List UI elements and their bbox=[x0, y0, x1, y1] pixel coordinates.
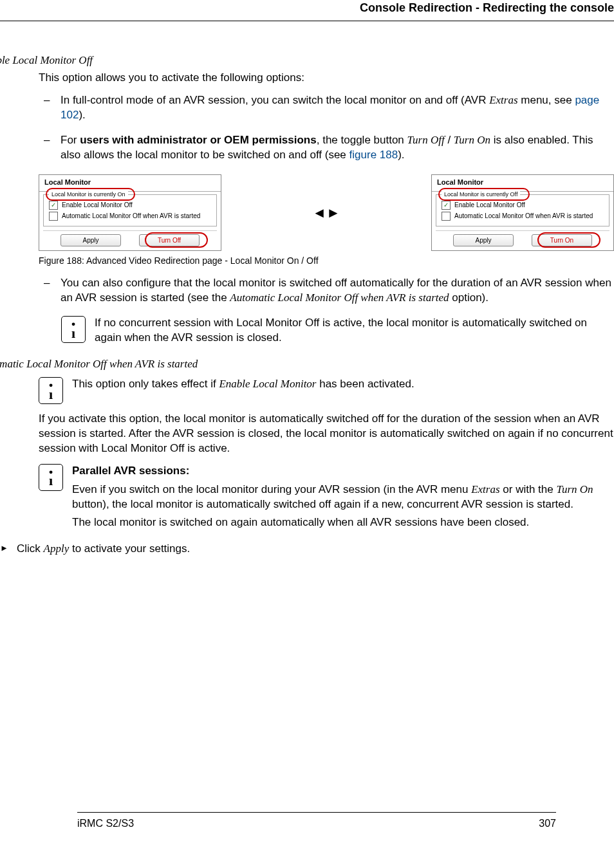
info-note-3: ●ı Parallel AVR sessions: Even if you sw… bbox=[39, 464, 614, 535]
text: ). bbox=[398, 149, 404, 161]
figure-caption: Figure 188: Advanced Video Redirection p… bbox=[39, 255, 614, 267]
panel-title: Local Monitor bbox=[39, 175, 221, 192]
checkbox-auto-off[interactable] bbox=[49, 212, 58, 221]
info-note-2: ●ı This option only takes effect if Enab… bbox=[39, 377, 614, 404]
panel-monitor-off: Local Monitor Local Monitor is currently… bbox=[431, 174, 614, 251]
text: ). bbox=[79, 109, 85, 121]
info-text: If no concurrent session with Local Moni… bbox=[95, 316, 614, 346]
info-icon: ●ı bbox=[39, 464, 63, 491]
legend-on: Local Monitor is currently On bbox=[49, 190, 128, 198]
intro-text: This option allows you to activate the f… bbox=[39, 71, 614, 86]
text: menu, see bbox=[518, 94, 575, 106]
text-italic: Extras bbox=[489, 94, 517, 106]
info-text: The local monitor is switched on again a… bbox=[72, 515, 614, 530]
text-italic: Turn Off bbox=[407, 134, 445, 146]
panel-monitor-on: Local Monitor Local Monitor is currently… bbox=[39, 174, 221, 251]
info-note-1: ●ı If no concurrent session with Local M… bbox=[61, 316, 614, 349]
checkbox-label: Automatic Local Monitor Off when AVR is … bbox=[62, 212, 200, 221]
turn-on-button[interactable]: Turn On bbox=[532, 234, 592, 247]
checkbox-enable-local-monitor-off[interactable]: ✓ bbox=[49, 201, 58, 210]
running-header: Console Redirection - Redirecting the co… bbox=[0, 0, 614, 21]
text-italic: Automatic Local Monitor Off when AVR is … bbox=[230, 291, 449, 304]
legend-off: Local Monitor is currently Off bbox=[442, 190, 520, 198]
double-arrow-icon: ◄► bbox=[312, 206, 340, 220]
bullet-auto-config: You can also configure that the local mo… bbox=[39, 276, 614, 306]
action-click-apply: Click Apply to activate your settings. bbox=[0, 542, 614, 557]
checkbox-enable-local-monitor-off[interactable]: ✓ bbox=[442, 201, 451, 210]
text: , the toggle button bbox=[317, 134, 407, 146]
checkbox-label: Enable Local Monitor Off bbox=[454, 201, 525, 210]
figure-188: Local Monitor Local Monitor is currently… bbox=[39, 174, 614, 267]
apply-button[interactable]: Apply bbox=[453, 234, 514, 247]
checkbox-label: Enable Local Monitor Off bbox=[62, 201, 133, 210]
bullet-full-control: In full-control mode of an AVR session, … bbox=[39, 93, 614, 123]
info-icon: ●ı bbox=[39, 377, 63, 404]
bullet-admin-oem: For users with administrator or OEM perm… bbox=[39, 133, 614, 163]
info-icon: ●ı bbox=[61, 316, 86, 343]
info-text: Even if you switch on the local monitor … bbox=[72, 483, 614, 512]
panel-title: Local Monitor bbox=[432, 175, 613, 192]
para-auto-off: If you activate this option, the local m… bbox=[39, 412, 614, 456]
info-title: Parallel AVR sessions: bbox=[72, 464, 614, 479]
heading-auto-monitor-off: Automatic Local Monitor Off when AVR is … bbox=[0, 357, 614, 372]
heading-enable-local-monitor-off: Enable Local Monitor Off bbox=[0, 53, 614, 68]
checkbox-label: Automatic Local Monitor Off when AVR is … bbox=[454, 212, 593, 221]
info-text: This option only takes effect if Enable … bbox=[72, 377, 614, 392]
text-bold: users with administrator or OEM permissi… bbox=[80, 134, 316, 146]
text: For bbox=[60, 134, 80, 146]
text: option). bbox=[449, 291, 488, 304]
text-italic: Turn On bbox=[454, 134, 490, 146]
checkbox-auto-off[interactable] bbox=[442, 212, 451, 221]
text: In full-control mode of an AVR session, … bbox=[60, 94, 489, 106]
link-figure-188[interactable]: figure 188 bbox=[349, 149, 398, 161]
apply-button[interactable]: Apply bbox=[60, 234, 121, 247]
text: / bbox=[445, 134, 454, 146]
turn-off-button[interactable]: Turn Off bbox=[139, 234, 200, 247]
